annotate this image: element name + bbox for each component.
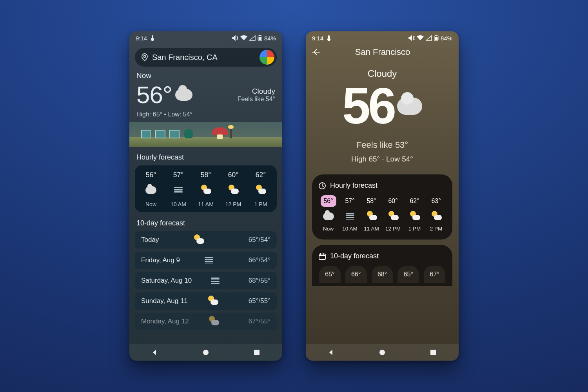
svg-rect-1 [259,35,261,36]
day-high: 67° [424,266,445,283]
hour-temp: 58° [364,195,379,207]
nav-bar [306,344,459,361]
status-bar: 9:14 84% [306,31,459,45]
hourly-column[interactable]: 56°Now [139,171,163,207]
daily-row[interactable]: Today65°/54° [135,231,277,249]
cloud-icon [397,98,422,115]
partly-cloudy-icon [207,297,218,305]
hourly-forecast-card[interactable]: 56°Now57°10 AM58°11 AM60°12 PM62°1 PM [135,165,277,212]
profile-avatar[interactable] [260,50,274,65]
froggy-scene [129,122,282,147]
daily-row[interactable]: Monday, Aug 1267°/55° [135,313,277,330]
day-high: 66° [345,266,367,283]
day-name: Friday, Aug 9 [141,256,180,264]
hourly-column[interactable]: 56°Now [318,195,338,232]
clock: 9:14 [312,35,323,42]
hour-label: 2 PM [430,226,443,232]
location-search[interactable]: San Francisco, CA [135,48,277,67]
partly-cloudy-icon [193,236,204,244]
hour-label: 11 AM [198,201,214,207]
mute-icon [232,35,238,41]
header: San Francisco [306,45,459,60]
partly-cloudy-icon [431,212,442,220]
wifi-icon [240,35,247,41]
current-conditions: Now 56° Cloudy Feels like 54° High: 65° … [129,71,282,118]
status-bar: 9:14 84% [129,31,282,45]
hour-temp: 60° [385,195,401,207]
hour-label: Now [323,226,334,232]
hour-label: Now [145,201,156,207]
clock-icon [318,182,326,190]
nav-recent-icon[interactable] [430,349,437,356]
hourly-column[interactable]: 58°11 AM [361,195,381,232]
svg-rect-2 [258,37,261,40]
battery-icon [434,35,439,41]
nav-back-icon[interactable] [328,349,335,356]
hour-label: 11 AM [364,226,379,232]
battery-pct: 84% [441,35,452,42]
nav-home-icon[interactable] [379,349,386,356]
hour-temp: 57° [173,171,183,179]
current-temp: 56 [342,83,394,129]
ten-day-card[interactable]: 10-day forecast 65°66°68°65°67° [312,245,452,286]
partly-cloudy-icon [200,186,211,194]
hour-label: 12 PM [385,226,401,232]
hour-temp: 58° [201,171,211,179]
hour-label: 10 AM [342,226,357,232]
daily-row[interactable]: Friday, Aug 966°/54° [135,252,277,269]
day-temps: 66°/54° [238,256,270,264]
partly-cloudy-icon [208,318,219,325]
hourly-title: Hourly forecast [136,153,275,162]
battery-pct: 84% [264,35,276,42]
day-temps: 67°/55° [238,318,270,325]
nav-recent-icon[interactable] [253,349,260,356]
hourly-column[interactable]: 60°12 PM [221,171,245,207]
nav-home-icon[interactable] [202,349,209,356]
wifi-icon [417,35,424,41]
clock: 9:14 [136,35,147,42]
svg-rect-5 [254,350,260,355]
hourly-column[interactable]: 57°10 AM [166,171,191,207]
svg-rect-10 [319,254,325,260]
hour-label: 1 PM [254,201,267,207]
day-high: 68° [372,266,393,283]
hour-temp: 62° [407,195,423,207]
hourly-column[interactable]: 63°2 PM [426,195,446,232]
hourly-title: Hourly forecast [330,181,377,190]
day-high: 65° [319,266,341,283]
svg-rect-12 [430,350,436,355]
fog-icon [173,186,184,194]
nav-back-icon[interactable] [151,349,158,356]
hourly-column[interactable]: 57°10 AM [340,195,360,232]
temperature-icon [327,35,331,41]
signal-icon [426,35,432,41]
fog-icon [345,212,356,220]
svg-point-3 [144,56,146,58]
day-temps: 65°/55° [238,297,270,305]
location-text: San Francisco, CA [152,53,256,62]
hour-temp: 63° [428,195,444,207]
hour-temp: 57° [342,195,358,207]
hourly-column[interactable]: 62°1 PM [405,195,425,232]
nav-bar [129,344,282,361]
hourly-column[interactable]: 60°12 PM [383,195,403,232]
cloud-icon [145,186,156,194]
daily-row[interactable]: Sunday, Aug 1165°/55° [135,292,277,310]
day-high: 65° [397,266,419,283]
hourly-column[interactable]: 62°1 PM [249,171,273,207]
daily-row[interactable]: Saturday, Aug 1068°/55° [135,272,277,289]
high-low: High 65° · Low 54° [351,155,413,163]
high-low: High: 65° • Low: 54° [136,111,275,118]
pin-icon [141,53,148,61]
hourly-column[interactable]: 58°11 AM [194,171,218,207]
partly-cloudy-icon [228,186,239,194]
calendar-icon [318,252,326,260]
temperature-icon [150,35,155,41]
day-name: Today [141,236,159,244]
day-name: Monday, Aug 12 [141,318,189,325]
current-temp: 56° [136,81,172,109]
hour-temp: 56° [146,171,156,179]
hourly-forecast-card[interactable]: Hourly forecast 56°Now57°10 AM58°11 AM60… [312,174,452,240]
condition-text: Cloudy [238,87,275,96]
battery-icon [258,35,262,41]
